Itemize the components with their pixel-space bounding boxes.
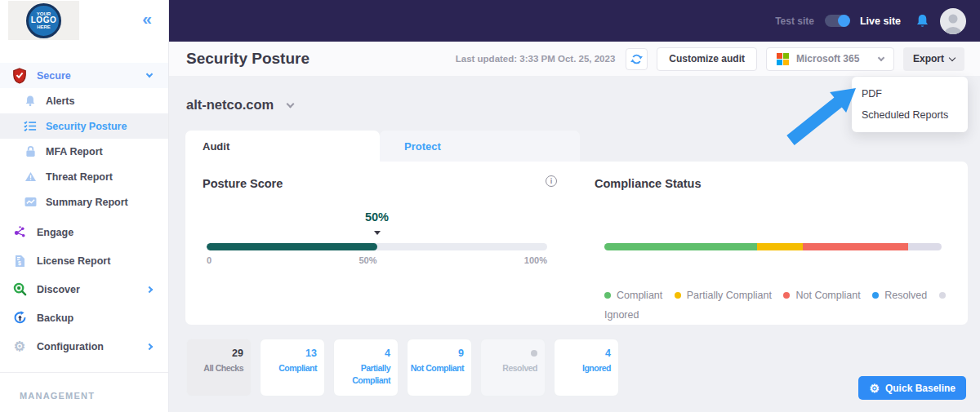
avatar[interactable] bbox=[940, 8, 966, 34]
segment-partially-compliant bbox=[757, 243, 803, 250]
sidebar-item-backup[interactable]: Backup bbox=[0, 303, 168, 332]
chevron-right-icon bbox=[146, 286, 153, 292]
sidebar-item-security-posture[interactable]: Security Posture bbox=[0, 113, 168, 139]
posture-progress-bar bbox=[207, 243, 547, 250]
sidebar-item-threat-report[interactable]: Threat Report bbox=[0, 164, 168, 189]
annotation-arrow bbox=[776, 76, 866, 149]
sidebar-item-label: Alerts bbox=[46, 95, 74, 107]
segment-not-compliant bbox=[803, 243, 908, 250]
export-menu-item-scheduled-reports[interactable]: Scheduled Reports bbox=[852, 104, 968, 126]
last-updated-text: Last updated: 3:33 PM Oct. 25, 2023 bbox=[456, 54, 616, 64]
compliance-status-title: Compliance Status bbox=[595, 177, 702, 190]
sidebar-item-mfa-report[interactable]: MFA Report bbox=[0, 139, 168, 164]
stat-partially-compliant[interactable]: 4 Partially Compliant bbox=[333, 339, 399, 396]
compliance-bar bbox=[604, 243, 942, 250]
page-title: Security Posture bbox=[186, 50, 310, 68]
logo-text-3: HERE bbox=[37, 24, 51, 29]
gear-icon: ⚙ bbox=[11, 340, 28, 353]
refresh-button[interactable] bbox=[626, 48, 648, 70]
sidebar-item-label: Secure bbox=[37, 70, 71, 82]
chevron-down-icon bbox=[878, 54, 884, 60]
microsoft-logo-icon bbox=[777, 53, 789, 65]
lock-icon bbox=[24, 145, 37, 157]
shield-icon bbox=[11, 68, 28, 84]
svg-text:$: $ bbox=[18, 260, 21, 267]
logo[interactable]: YOUR LOGO HERE bbox=[8, 1, 79, 40]
tenant-domain: alt-netco.com bbox=[186, 97, 274, 113]
score-marker: 50% bbox=[207, 210, 547, 238]
toggle-knob bbox=[838, 15, 850, 27]
header-actions: Last updated: 3:33 PM Oct. 25, 2023 Cust… bbox=[456, 47, 964, 71]
stat-compliant[interactable]: 13 Compliant bbox=[260, 339, 325, 396]
sidebar: YOUR LOGO HERE « Secure Alerts Security … bbox=[0, 0, 169, 412]
warning-icon bbox=[24, 171, 37, 182]
sidebar-item-label: Configuration bbox=[37, 341, 104, 352]
legend-label-ignored: Ignored bbox=[604, 309, 639, 321]
export-button[interactable]: Export bbox=[903, 47, 964, 71]
legend-dot-partially-compliant bbox=[675, 292, 681, 299]
tenant-selector-value: Microsoft 365 bbox=[796, 53, 859, 64]
sidebar-item-label: Discover bbox=[37, 284, 80, 295]
logo-text-2: LOGO bbox=[31, 16, 56, 24]
notification-bell-icon[interactable] bbox=[915, 14, 929, 29]
gear-icon: ⚙ bbox=[869, 382, 880, 395]
sidebar-item-configuration[interactable]: ⚙ Configuration bbox=[0, 332, 168, 361]
sidebar-item-label: Threat Report bbox=[46, 171, 113, 183]
sidebar-item-alerts[interactable]: Alerts bbox=[0, 88, 168, 113]
site-toggle[interactable] bbox=[825, 15, 849, 27]
sidebar-item-discover[interactable]: Discover bbox=[0, 275, 168, 303]
export-dropdown-menu: PDF Scheduled Reports bbox=[852, 77, 968, 132]
network-icon bbox=[11, 226, 28, 238]
audit-panel: Posture Score i Compliance Status 50% 0 … bbox=[185, 162, 968, 325]
posture-progress-fill bbox=[207, 243, 377, 250]
sidebar-item-secure[interactable]: Secure bbox=[0, 63, 168, 88]
backup-icon bbox=[11, 311, 28, 325]
sidebar-item-label: MFA Report bbox=[46, 146, 103, 157]
page-header: Security Posture Last updated: 3:33 PM O… bbox=[169, 42, 980, 76]
sidebar-item-label: Security Posture bbox=[46, 121, 127, 132]
stat-all-checks[interactable]: 29 All Checks bbox=[186, 339, 252, 396]
logo-circle: YOUR LOGO HERE bbox=[26, 3, 61, 38]
legend-dot-compliant bbox=[604, 292, 611, 299]
chevron-right-icon bbox=[146, 343, 153, 349]
posture-scale: 0 50% 100% bbox=[207, 255, 547, 265]
sidebar-item-engage[interactable]: Engage bbox=[0, 218, 168, 246]
info-icon[interactable]: i bbox=[546, 175, 557, 187]
tab-audit[interactable]: Audit bbox=[185, 131, 380, 162]
sidebar-nav: Secure Alerts Security Posture MFA Repor… bbox=[0, 63, 168, 361]
segment-ignored bbox=[908, 243, 942, 250]
legend-dot-resolved bbox=[872, 292, 879, 299]
posture-score-chart: 50% 0 50% 100% bbox=[207, 162, 547, 276]
customize-audit-button[interactable]: Customize audit bbox=[657, 47, 757, 71]
sidebar-collapse-icon[interactable]: « bbox=[142, 9, 152, 29]
stat-not-compliant[interactable]: 9 Not Compliant bbox=[407, 339, 472, 396]
sidebar-section-management: MANAGEMENT bbox=[20, 391, 95, 401]
topbar: Test site Live site bbox=[169, 0, 980, 42]
magnifier-icon bbox=[11, 282, 28, 296]
stat-resolved[interactable]: Resolved bbox=[480, 339, 546, 396]
marker-triangle-icon bbox=[374, 231, 381, 235]
segment-compliant bbox=[604, 243, 757, 250]
quick-baseline-button[interactable]: ⚙ Quick Baseline bbox=[858, 376, 966, 400]
invoice-icon: $ bbox=[11, 255, 28, 268]
tab-protect[interactable]: Protect bbox=[380, 131, 580, 162]
stats-row: 29 All Checks 13 Compliant 4 Partially C… bbox=[186, 339, 619, 396]
tenant-selector[interactable]: Microsoft 365 bbox=[766, 47, 894, 71]
tenant-domain-selector[interactable]: alt-netco.com bbox=[186, 97, 293, 113]
checklist-icon bbox=[24, 121, 37, 131]
compliance-legend: Compliant Partially Compliant Not Compli… bbox=[604, 286, 972, 325]
score-value: 50% bbox=[207, 210, 547, 224]
test-site-label: Test site bbox=[775, 16, 814, 27]
live-site-label: Live site bbox=[860, 16, 901, 27]
sidebar-divider bbox=[0, 372, 168, 373]
stat-ignored[interactable]: 4 Ignored bbox=[554, 339, 619, 396]
export-label: Export bbox=[913, 53, 944, 64]
sidebar-item-label: Backup bbox=[37, 312, 74, 324]
sidebar-item-summary-report[interactable]: Summary Report bbox=[0, 189, 168, 215]
sidebar-item-label: License Report bbox=[37, 255, 110, 267]
sidebar-item-license-report[interactable]: $ License Report bbox=[0, 246, 168, 275]
export-menu-item-pdf[interactable]: PDF bbox=[852, 83, 968, 104]
legend-dot-not-compliant bbox=[783, 292, 790, 299]
sidebar-item-label: Summary Report bbox=[46, 197, 128, 208]
tabs: Audit Protect bbox=[185, 131, 580, 162]
